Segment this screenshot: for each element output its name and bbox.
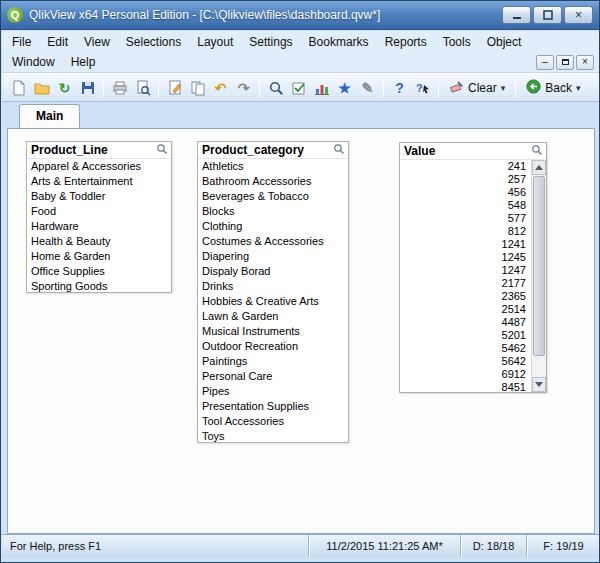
help-icon[interactable]: ? xyxy=(389,77,410,99)
list-item[interactable]: Personal Care xyxy=(198,369,348,384)
mdi-restore-button[interactable] xyxy=(556,55,574,70)
menu-item[interactable]: Help xyxy=(63,52,104,72)
list-item[interactable]: 548 xyxy=(400,199,531,212)
list-item[interactable]: 5642 xyxy=(400,355,531,368)
scrollbar-thumb[interactable] xyxy=(533,176,545,356)
search-icon[interactable] xyxy=(265,77,286,99)
list-item[interactable]: Health & Beauty xyxy=(27,234,171,249)
list-item[interactable]: 4487 xyxy=(400,316,531,329)
back-button-label: Back xyxy=(545,81,572,95)
list-item[interactable]: Drinks xyxy=(198,279,348,294)
list-item[interactable]: Presentation Supplies xyxy=(198,399,348,414)
redo-icon[interactable]: ↷ xyxy=(233,77,254,99)
list-item[interactable]: 2365 xyxy=(400,290,531,303)
save-icon[interactable] xyxy=(77,77,98,99)
listbox-title: Value xyxy=(404,144,435,158)
list-item[interactable]: Paintings xyxy=(198,354,348,369)
current-selections-icon[interactable] xyxy=(288,77,309,99)
list-item[interactable]: 1247 xyxy=(400,264,531,277)
list-item[interactable]: Sporting Goods xyxy=(27,279,171,294)
list-item[interactable]: Clothing xyxy=(198,219,348,234)
scroll-down-button[interactable] xyxy=(532,377,546,392)
list-item[interactable]: Diapering xyxy=(198,249,348,264)
title-bar[interactable]: Q QlikView x64 Personal Edition - [C:\Ql… xyxy=(1,1,599,30)
menu-item[interactable]: Selections xyxy=(118,32,189,52)
open-folder-icon[interactable] xyxy=(31,77,52,99)
undo-icon[interactable]: ↶ xyxy=(210,77,231,99)
list-item[interactable]: Hardware xyxy=(27,219,171,234)
menu-item[interactable]: Bookmarks xyxy=(301,32,377,52)
list-item[interactable]: 5462 xyxy=(400,342,531,355)
list-item[interactable]: 2177 xyxy=(400,277,531,290)
list-item[interactable]: 5201 xyxy=(400,329,531,342)
menu-item[interactable]: Tools xyxy=(435,32,479,52)
listbox-caption[interactable]: Product_Line xyxy=(27,142,171,159)
mdi-close-button[interactable]: × xyxy=(576,55,594,70)
close-button[interactable]: × xyxy=(564,6,593,24)
status-help-text: For Help, press F1 xyxy=(2,535,308,557)
menu-item[interactable]: View xyxy=(76,32,118,52)
list-item[interactable]: Tool Accessories xyxy=(198,414,348,429)
list-item[interactable]: Toys xyxy=(198,429,348,444)
tab-main[interactable]: Main xyxy=(19,104,80,128)
menu-item[interactable]: File xyxy=(4,32,39,52)
minimize-button[interactable] xyxy=(502,6,531,24)
menu-item[interactable]: Settings xyxy=(241,32,300,52)
list-item[interactable]: Office Supplies xyxy=(27,264,171,279)
vertical-scrollbar[interactable] xyxy=(531,160,546,392)
search-icon[interactable] xyxy=(333,143,345,158)
mdi-minimize-button[interactable]: – xyxy=(536,55,554,70)
search-icon[interactable] xyxy=(156,143,168,158)
search-icon[interactable] xyxy=(531,144,543,159)
menu-item[interactable]: Window xyxy=(4,52,63,72)
menu-item[interactable]: Object xyxy=(479,32,530,52)
copy-icon[interactable] xyxy=(187,77,208,99)
back-button[interactable]: Back ▾ xyxy=(520,77,586,99)
menu-item[interactable]: Reports xyxy=(377,32,435,52)
list-item[interactable]: Lawn & Garden xyxy=(198,309,348,324)
list-item[interactable]: Home & Garden xyxy=(27,249,171,264)
list-item[interactable]: 257 xyxy=(400,173,531,186)
list-item[interactable]: 241 xyxy=(400,160,531,173)
list-item[interactable]: 2514 xyxy=(400,303,531,316)
listbox-caption[interactable]: Value xyxy=(400,143,546,160)
new-document-icon[interactable] xyxy=(8,77,29,99)
list-item[interactable]: Musical Instruments xyxy=(198,324,348,339)
list-item[interactable]: Blocks xyxy=(198,204,348,219)
menu-item[interactable]: Edit xyxy=(39,32,76,52)
list-item[interactable]: Arts & Entertainment xyxy=(27,174,171,189)
scroll-up-button[interactable] xyxy=(532,160,546,175)
list-item[interactable]: Athletics xyxy=(198,159,348,174)
list-item[interactable]: Food xyxy=(27,204,171,219)
listbox-caption[interactable]: Product_category xyxy=(198,142,348,159)
list-item[interactable]: Costumes & Accessories xyxy=(198,234,348,249)
chart-wizard-icon[interactable] xyxy=(311,77,332,99)
maximize-button[interactable] xyxy=(533,6,562,24)
list-item[interactable]: Beverages & Tobacco xyxy=(198,189,348,204)
list-item[interactable]: Pipes xyxy=(198,384,348,399)
edit-script-icon[interactable] xyxy=(164,77,185,99)
list-item[interactable]: Apparel & Accessories xyxy=(27,159,171,174)
menu-item[interactable]: Layout xyxy=(189,32,241,52)
print-preview-icon[interactable] xyxy=(132,77,153,99)
list-item[interactable]: Outdoor Recreation xyxy=(198,339,348,354)
list-item[interactable]: 577 xyxy=(400,212,531,225)
list-item[interactable]: Bathroom Accessories xyxy=(198,174,348,189)
list-item[interactable]: 6912 xyxy=(400,368,531,381)
list-item[interactable]: 8451 xyxy=(400,381,531,394)
reload-icon[interactable]: ↻ xyxy=(54,77,75,99)
list-item[interactable]: 456 xyxy=(400,186,531,199)
list-item[interactable]: 1245 xyxy=(400,251,531,264)
toolbar-separator xyxy=(438,79,439,97)
list-item[interactable]: 1241 xyxy=(400,238,531,251)
clear-button[interactable]: Clear ▾ xyxy=(443,77,511,99)
bookmark-star-icon[interactable]: ★ xyxy=(334,77,355,99)
toolbar-separator xyxy=(103,79,104,97)
list-item[interactable]: Dispaly Borad xyxy=(198,264,348,279)
list-item[interactable]: Baby & Toddler xyxy=(27,189,171,204)
context-help-icon[interactable]: ? xyxy=(412,77,433,99)
design-pencil-icon[interactable]: ✎ xyxy=(357,77,378,99)
print-icon[interactable] xyxy=(109,77,130,99)
list-item[interactable]: 812 xyxy=(400,225,531,238)
list-item[interactable]: Hobbies & Creative Arts xyxy=(198,294,348,309)
